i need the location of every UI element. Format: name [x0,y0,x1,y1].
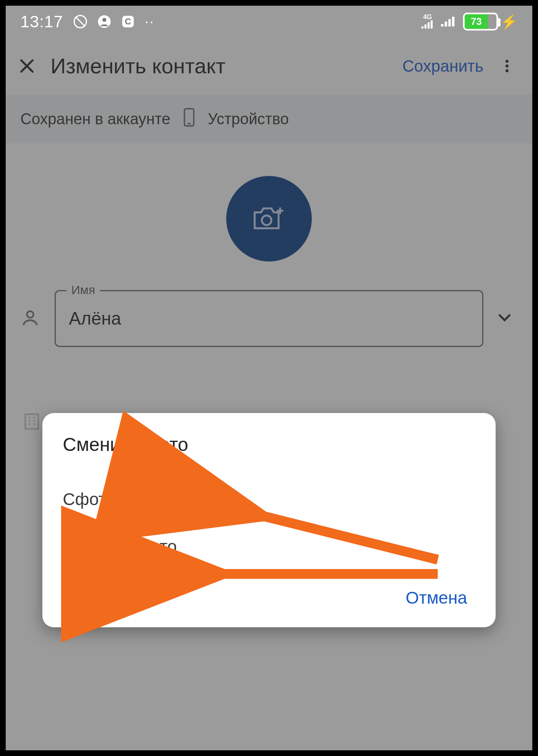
svg-rect-20 [25,414,38,429]
network-label: 4G [423,15,432,20]
expand-name-icon[interactable] [495,308,518,329]
app-c-icon: C [121,15,135,29]
building-icon [22,412,42,433]
person-circle-icon [97,15,111,29]
take-photo-option[interactable]: Сфотографировать [63,476,475,523]
more-icon[interactable] [496,55,518,77]
charging-icon: ⚡ [501,13,518,30]
svg-rect-12 [452,17,454,26]
svg-rect-7 [428,22,430,29]
account-strip: Сохранен в аккаунте Устройство [6,94,532,143]
svg-rect-9 [441,24,443,26]
person-icon [20,308,43,329]
dnd-icon [73,14,88,29]
name-field[interactable]: Имя [55,290,483,347]
page-title: Изменить контакт [51,54,390,78]
device-icon [183,108,196,130]
name-field-label: Имя [66,283,100,297]
svg-text:C: C [125,17,131,26]
choose-photo-option[interactable]: Выбрать фото [63,523,475,570]
svg-rect-6 [425,24,427,29]
account-location-label: Устройство [208,110,289,128]
svg-rect-5 [421,26,423,29]
app-bar: Изменить контакт Сохранить [6,37,532,94]
camera-add-icon [251,202,287,235]
status-bar: 13:17 C ·· [6,6,532,37]
close-icon[interactable] [15,55,38,77]
svg-rect-8 [431,20,433,29]
svg-point-14 [505,64,508,67]
change-photo-dialog: Сменить фото Сфотографировать Выбрать фо… [42,413,496,627]
add-photo-button[interactable] [226,176,312,262]
svg-rect-11 [448,19,451,26]
signal-icon [441,16,456,27]
battery-indicator: 73 ⚡ [463,13,518,31]
dialog-cancel-button[interactable]: Отмена [397,582,475,613]
status-time: 13:17 [20,13,63,31]
svg-point-13 [505,60,508,63]
saved-in-label: Сохранен в аккаунте [20,110,170,128]
svg-point-19 [27,311,33,318]
name-input[interactable] [69,308,469,329]
svg-point-18 [262,215,271,225]
more-notifications-icon: ·· [145,14,154,29]
battery-percent: 73 [471,16,482,27]
svg-rect-10 [445,22,447,26]
dialog-title: Сменить фото [63,433,475,455]
svg-point-15 [505,69,508,72]
save-button[interactable]: Сохранить [402,57,483,75]
network-4g-icon: 4G [421,15,434,29]
svg-point-2 [102,18,106,22]
